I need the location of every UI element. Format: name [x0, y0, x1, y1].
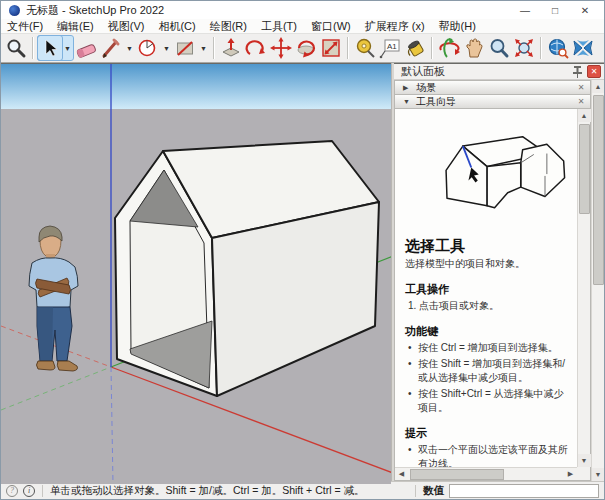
pin-icon[interactable]	[572, 65, 583, 78]
instructor-panel: 选择工具 选择模型中的项目和对象。 工具操作 1. 点击项目或对象。 功能键 按…	[394, 108, 591, 481]
line-tool-dropdown[interactable]: ▼	[124, 36, 135, 60]
line-tool-button[interactable]	[99, 36, 123, 60]
follow-me-icon	[245, 37, 267, 59]
menu-item-extensions[interactable]: 扩展程序 (x)	[365, 19, 425, 34]
scroll-down-icon[interactable]: ▼	[578, 454, 591, 467]
tape-measure-icon	[354, 37, 376, 59]
status-separator	[415, 485, 416, 497]
instructor-modifier-title: 功能键	[405, 324, 569, 339]
extension-warehouse-button[interactable]	[571, 36, 595, 60]
tray-section-scenes[interactable]: ▶ 场景 ✕	[394, 80, 591, 94]
instructor-operation-step: 1. 点击项目或对象。	[405, 299, 569, 313]
geolocation-icon[interactable]: ?	[6, 485, 18, 497]
toolbar-separator	[431, 37, 433, 59]
menu-item-draw[interactable]: 绘图(R)	[210, 19, 247, 34]
move-tool-button[interactable]	[269, 36, 293, 60]
select-cursor-icon	[40, 38, 60, 58]
menu-item-window[interactable]: 窗口(W)	[311, 19, 351, 34]
arc-icon	[137, 37, 159, 59]
list-item: 按住 Shift = 增加项目到选择集和/或从选择集中减少项目。	[405, 357, 569, 385]
menu-item-tools[interactable]: 工具(T)	[261, 19, 297, 34]
instructor-vertical-scrollbar[interactable]: ▲ ▼	[577, 109, 590, 467]
close-button[interactable]: ✕	[570, 2, 600, 18]
zoom-extents-icon	[513, 37, 535, 59]
text-icon: A1	[379, 37, 401, 59]
toolbar-separator	[213, 37, 215, 59]
menu-item-view[interactable]: 视图(V)	[108, 19, 145, 34]
scroll-up-icon[interactable]: ▲	[578, 109, 591, 122]
tray-title: 默认面板	[401, 64, 572, 79]
scroll-up-icon[interactable]: ▲	[592, 80, 605, 93]
zoom-icon	[488, 37, 510, 59]
tray-close-button[interactable]: ✕	[587, 65, 601, 78]
pan-hand-icon	[463, 37, 485, 59]
rectangle-icon	[174, 37, 196, 59]
warehouse-globe-button[interactable]	[546, 36, 570, 60]
minimize-button[interactable]: —	[510, 2, 540, 18]
scrollbar-thumb[interactable]	[410, 469, 504, 480]
magnifier-icon	[5, 37, 27, 59]
arc-tool-button[interactable]	[136, 36, 160, 60]
instructor-horizontal-scrollbar[interactable]: ◀ ▶	[395, 467, 577, 480]
default-tray-panel: 默认面板 ✕ ▶ 场景 ✕ ▼	[394, 63, 604, 481]
rectangle-tool-dropdown[interactable]: ▼	[198, 36, 209, 60]
section-label-instructor: 工具向导	[416, 95, 571, 109]
scale-tool-button[interactable]	[319, 36, 343, 60]
zoom-tool-button[interactable]	[487, 36, 511, 60]
instructor-tips-title: 提示	[405, 426, 569, 441]
tape-measure-tool-button[interactable]	[353, 36, 377, 60]
info-icon[interactable]: i	[23, 485, 35, 497]
menu-bar: 文件(F) 编辑(E) 视图(V) 相机(C) 绘图(R) 工具(T) 窗口(W…	[1, 19, 604, 34]
follow-me-tool-button[interactable]	[244, 36, 268, 60]
text-tool-button[interactable]: A1	[378, 36, 402, 60]
paint-bucket-tool-button[interactable]	[403, 36, 427, 60]
push-pull-tool-button[interactable]	[219, 36, 243, 60]
tray-body: ▶ 场景 ✕ ▼ 工具向导 ✕	[394, 80, 604, 481]
menu-item-edit[interactable]: 编辑(E)	[57, 19, 94, 34]
toolbar-separator	[347, 37, 349, 59]
figure-sandal-left	[37, 361, 56, 370]
figure-jeans-shadow	[37, 307, 53, 361]
eraser-tool-button[interactable]	[74, 36, 98, 60]
toolbar-separator	[540, 37, 542, 59]
rectangle-tool-button[interactable]	[173, 36, 197, 60]
extension-warehouse-icon	[572, 37, 594, 59]
zoom-extents-button[interactable]	[512, 36, 536, 60]
rotate-icon	[295, 37, 317, 59]
select-tool-dropdown[interactable]: ▼	[62, 36, 73, 60]
orbit-tool-button[interactable]	[437, 36, 461, 60]
tray-vertical-scrollbar[interactable]: ▲ ▼	[591, 80, 604, 481]
pan-tool-button[interactable]	[462, 36, 486, 60]
scroll-right-icon[interactable]: ▶	[564, 470, 577, 478]
rotate-tool-button[interactable]	[294, 36, 318, 60]
warehouse-globe-icon	[547, 37, 569, 59]
chevron-down-icon: ▼	[403, 98, 411, 105]
scroll-down-icon[interactable]: ▼	[592, 468, 605, 481]
menu-item-file[interactable]: 文件(F)	[7, 19, 43, 34]
select-tool-button[interactable]	[38, 36, 62, 60]
list-item: 双击一个平面以选定该平面及其所有边线。	[405, 443, 569, 467]
arc-tool-dropdown[interactable]: ▼	[161, 36, 172, 60]
menu-item-help[interactable]: 帮助(H)	[439, 19, 476, 34]
toolbar: ▼ ▼ ▼	[1, 34, 604, 63]
scrollbar-thumb[interactable]	[579, 124, 590, 214]
svg-text:A1: A1	[387, 42, 397, 51]
orbit-icon	[438, 37, 460, 59]
move-icon	[270, 37, 292, 59]
section-label-scenes: 场景	[416, 81, 571, 95]
pencil-icon	[100, 37, 122, 59]
scroll-left-icon[interactable]: ◀	[395, 470, 408, 478]
status-hint-text: 单击或拖动以选择对象。Shift = 加/减。Ctrl = 加。Shift + …	[50, 484, 408, 498]
section-close-icon[interactable]: ✕	[576, 97, 586, 106]
instructor-content: 选择工具 选择模型中的项目和对象。 工具操作 1. 点击项目或对象。 功能键 按…	[395, 109, 577, 467]
section-close-icon[interactable]: ✕	[576, 83, 586, 92]
model-viewport[interactable]	[1, 63, 391, 481]
maximize-button[interactable]: □	[540, 2, 570, 18]
sky	[1, 64, 391, 110]
scrollbar-thumb[interactable]	[593, 95, 604, 285]
measurement-input[interactable]	[449, 484, 599, 498]
menu-item-camera[interactable]: 相机(C)	[158, 19, 195, 34]
zoom-window-button[interactable]	[4, 36, 28, 60]
eraser-icon	[75, 37, 97, 59]
tray-section-instructor[interactable]: ▼ 工具向导 ✕	[394, 94, 591, 108]
